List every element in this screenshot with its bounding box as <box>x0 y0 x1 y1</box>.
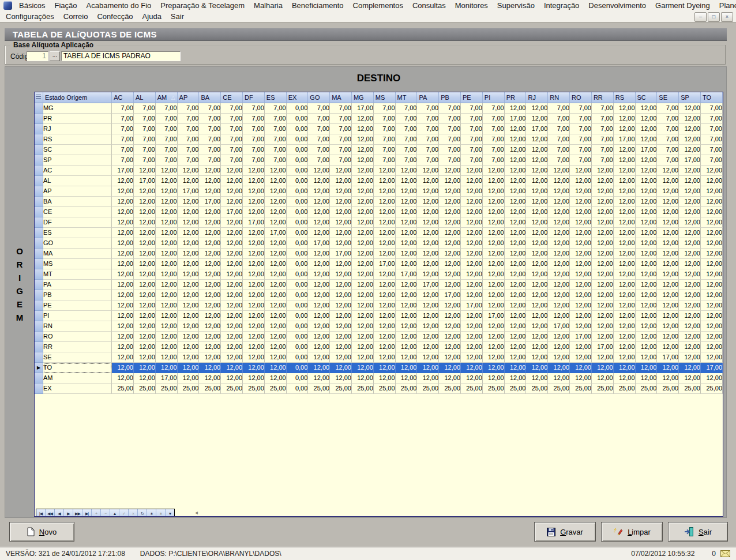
cell[interactable]: 12,00 <box>330 280 352 290</box>
nav-post-button[interactable]: ✓ <box>119 509 129 517</box>
row-header-to[interactable]: TO <box>43 363 112 373</box>
cell[interactable]: 7,00 <box>112 134 134 145</box>
cell[interactable]: 12,00 <box>308 207 330 217</box>
cell[interactable]: 12,00 <box>701 166 723 176</box>
cell[interactable]: 12,00 <box>614 342 636 352</box>
cell[interactable]: 17,00 <box>352 103 374 114</box>
cell[interactable]: 12,00 <box>526 269 548 280</box>
cell[interactable]: 12,00 <box>548 166 570 176</box>
cell[interactable]: 7,00 <box>156 103 178 114</box>
cell[interactable]: 12,00 <box>352 300 374 311</box>
cell[interactable]: 7,00 <box>548 103 570 114</box>
cell[interactable]: 12,00 <box>199 259 221 269</box>
cell[interactable]: 7,00 <box>243 103 265 114</box>
cell[interactable]: 12,00 <box>417 321 439 332</box>
cell[interactable]: 12,00 <box>679 176 701 186</box>
cell[interactable]: 12,00 <box>308 217 330 228</box>
cell[interactable]: 7,00 <box>548 124 570 134</box>
cell[interactable]: 12,00 <box>657 228 679 238</box>
cell[interactable]: 12,00 <box>679 166 701 176</box>
row-header-df[interactable]: DF <box>43 217 112 228</box>
cell[interactable]: 12,00 <box>679 363 701 373</box>
minimize-button[interactable]: – <box>694 12 707 22</box>
cell[interactable]: 7,00 <box>134 134 156 145</box>
cell[interactable]: 12,00 <box>374 363 396 373</box>
cell[interactable]: 12,00 <box>636 103 658 114</box>
cell[interactable]: 12,00 <box>701 290 723 300</box>
cell[interactable]: 12,00 <box>308 332 330 342</box>
column-header-mg[interactable]: MG <box>352 92 374 103</box>
cell[interactable]: 12,00 <box>417 363 439 373</box>
cell[interactable]: 17,00 <box>374 259 396 269</box>
cell[interactable]: 7,00 <box>570 155 592 166</box>
cell[interactable]: 12,00 <box>330 217 352 228</box>
cell[interactable]: 12,00 <box>614 155 636 166</box>
cell[interactable]: 12,00 <box>265 363 287 373</box>
row-header-rr[interactable]: RR <box>43 342 112 352</box>
cell[interactable]: 17,00 <box>243 217 265 228</box>
cell[interactable]: 12,00 <box>505 207 527 217</box>
cell[interactable]: 12,00 <box>199 352 221 363</box>
cell[interactable]: 12,00 <box>156 176 178 186</box>
cell[interactable]: 12,00 <box>526 155 548 166</box>
cell[interactable]: 12,00 <box>156 238 178 249</box>
cell[interactable]: 12,00 <box>178 373 200 384</box>
cell[interactable]: 7,00 <box>330 103 352 114</box>
cell[interactable]: 12,00 <box>156 259 178 269</box>
cell[interactable]: 12,00 <box>483 352 505 363</box>
cell[interactable]: 12,00 <box>308 321 330 332</box>
nav-goto-bookmark-button[interactable]: ∗ <box>156 509 166 517</box>
cell[interactable]: 12,00 <box>352 311 374 321</box>
cell[interactable]: 12,00 <box>396 363 418 373</box>
cell[interactable]: 12,00 <box>592 311 614 321</box>
cell[interactable]: 12,00 <box>679 332 701 342</box>
cell[interactable]: 25,00 <box>701 384 723 394</box>
cell[interactable]: 12,00 <box>178 217 200 228</box>
cell[interactable]: 12,00 <box>199 300 221 311</box>
cell[interactable]: 7,00 <box>657 134 679 145</box>
cell[interactable]: 12,00 <box>679 238 701 249</box>
cell[interactable]: 7,00 <box>439 124 461 134</box>
cell[interactable]: 12,00 <box>352 373 374 384</box>
cell[interactable]: 12,00 <box>679 186 701 197</box>
cell[interactable]: 12,00 <box>374 176 396 186</box>
cell[interactable]: 12,00 <box>526 290 548 300</box>
cell[interactable]: 7,00 <box>178 114 200 124</box>
cell[interactable]: 12,00 <box>221 280 243 290</box>
cell[interactable]: 12,00 <box>374 332 396 342</box>
cell[interactable]: 7,00 <box>592 145 614 155</box>
cell[interactable]: 12,00 <box>679 145 701 155</box>
cell[interactable]: 12,00 <box>614 332 636 342</box>
cell[interactable]: 25,00 <box>614 384 636 394</box>
cell[interactable]: 12,00 <box>679 342 701 352</box>
cell[interactable]: 12,00 <box>199 373 221 384</box>
cell[interactable]: 7,00 <box>199 155 221 166</box>
cell[interactable]: 12,00 <box>614 280 636 290</box>
cell[interactable]: 12,00 <box>439 207 461 217</box>
cell[interactable]: 17,00 <box>156 373 178 384</box>
cell[interactable]: 7,00 <box>308 103 330 114</box>
close-button[interactable]: × <box>721 12 733 22</box>
cell[interactable]: 12,00 <box>526 249 548 259</box>
cell[interactable]: 12,00 <box>592 259 614 269</box>
cell[interactable]: 12,00 <box>330 238 352 249</box>
column-header-se[interactable]: SE <box>657 92 679 103</box>
cell[interactable]: 0,00 <box>287 342 309 352</box>
cell[interactable]: 7,00 <box>374 155 396 166</box>
cell[interactable]: 12,00 <box>396 259 418 269</box>
cell[interactable]: 7,00 <box>308 124 330 134</box>
cell[interactable]: 12,00 <box>657 373 679 384</box>
cell[interactable]: 17,00 <box>461 300 483 311</box>
cell[interactable]: 12,00 <box>570 269 592 280</box>
cell[interactable]: 17,00 <box>221 207 243 217</box>
cell[interactable]: 12,00 <box>505 259 527 269</box>
cell[interactable]: 7,00 <box>461 124 483 134</box>
cell[interactable]: 12,00 <box>156 321 178 332</box>
cell[interactable]: 12,00 <box>221 321 243 332</box>
cell[interactable]: 12,00 <box>221 352 243 363</box>
cell[interactable]: 12,00 <box>636 186 658 197</box>
cell[interactable]: 7,00 <box>221 103 243 114</box>
cell[interactable]: 12,00 <box>636 217 658 228</box>
cell[interactable]: 12,00 <box>439 166 461 176</box>
cell[interactable]: 12,00 <box>308 197 330 207</box>
